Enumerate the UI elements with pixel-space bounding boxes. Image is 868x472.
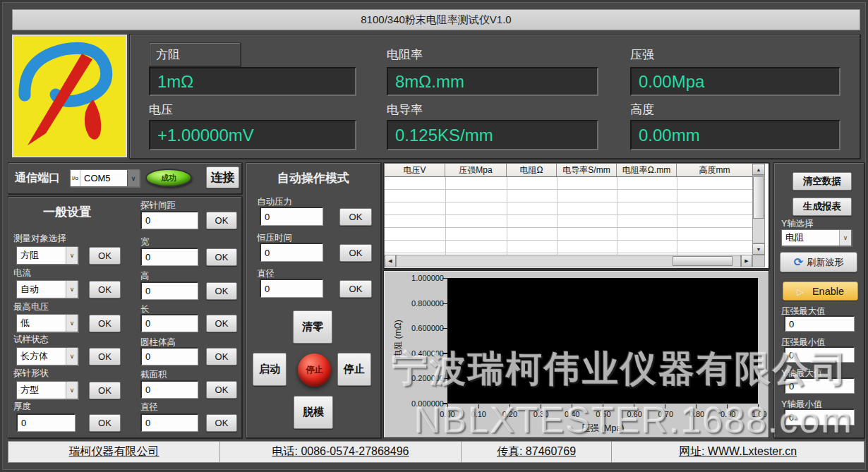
auto-diameter-input[interactable]: 0	[260, 279, 323, 298]
ok-button[interactable]: OK	[206, 348, 237, 365]
v-scroll-thumb[interactable]	[753, 176, 764, 219]
h-scroll-thumb[interactable]	[673, 256, 733, 266]
diameter-input[interactable]: 0	[140, 413, 198, 432]
scroll-right-icon[interactable]: ▶	[741, 255, 752, 267]
ok-button[interactable]: OK	[339, 280, 372, 298]
y-axis-select-value: 电阻	[782, 230, 839, 246]
ok-button[interactable]: OK	[206, 414, 237, 432]
general-settings-heading: 一般设置	[43, 204, 91, 220]
title-bar: 8100/340粉末电阻率测试仪V1.0	[12, 9, 860, 30]
ok-button[interactable]: OK	[206, 381, 237, 399]
enable-label: Enable	[812, 286, 844, 297]
y-tick: 0.600000	[411, 324, 444, 332]
ok-button[interactable]: OK	[89, 348, 121, 365]
measure-object-value: 方阻	[17, 247, 66, 264]
stop-button[interactable]: 停止	[337, 353, 371, 386]
sample-state-select[interactable]: 长方体	[16, 347, 78, 365]
status-led-text: 成功	[161, 173, 176, 183]
footer-website[interactable]: 网址: WWW.Lxtester.cn	[612, 442, 864, 462]
pressure-label: 压强	[630, 47, 654, 63]
probe-shape-select[interactable]: 方型	[16, 381, 78, 399]
voltage-display: +1.00000mV	[149, 120, 356, 150]
y-axis-select-label: Y轴选择	[781, 218, 814, 230]
pressure-max-input[interactable]: 0	[784, 315, 855, 332]
x-tick: 0.10	[463, 410, 494, 419]
cross-section-input[interactable]: 0	[140, 380, 198, 399]
ok-button[interactable]: OK	[339, 244, 372, 262]
chevron-down-icon[interactable]	[66, 348, 78, 365]
ok-button[interactable]: OK	[206, 212, 237, 229]
logo-r-icon	[13, 36, 126, 156]
ok-button[interactable]: OK	[206, 248, 237, 266]
max-voltage-select[interactable]: 低	[16, 314, 78, 332]
ok-button[interactable]: OK	[89, 247, 121, 265]
y-axis-select[interactable]: 电阻	[781, 229, 852, 246]
width-input[interactable]: 0	[140, 248, 198, 266]
x-tick: 0.90	[713, 410, 744, 419]
col-header-resistivity: 电阻率Ω.mm	[617, 164, 677, 176]
combo-arrow-icon[interactable]	[127, 170, 139, 186]
thickness-label: 厚度	[13, 401, 31, 413]
x-axis-ticks	[447, 404, 759, 409]
connect-button[interactable]: 连接	[206, 167, 239, 188]
cylinder-height-input[interactable]: 0	[140, 347, 198, 365]
ok-button[interactable]: OK	[206, 282, 237, 300]
auto-pressure-input[interactable]: 0	[260, 207, 323, 226]
clear-data-button[interactable]: 清空数据	[792, 172, 852, 190]
cross-section-label: 截面积	[140, 369, 167, 381]
y-axis-ticks	[442, 278, 447, 404]
generate-report-button[interactable]: 生成报表	[792, 198, 852, 216]
io-type-icon: I/o	[71, 170, 80, 186]
ok-button[interactable]: OK	[89, 414, 121, 432]
emergency-stop-button[interactable]: 停止	[298, 353, 331, 387]
company-logo	[12, 35, 127, 157]
app-title: 8100/340粉末电阻率测试仪V1.0	[361, 13, 511, 27]
com-port-select[interactable]: I/o COM5	[70, 169, 140, 187]
start-button[interactable]: 启动	[253, 353, 287, 386]
scroll-left-icon[interactable]: ◀	[385, 255, 396, 267]
constant-pressure-time-input[interactable]: 0	[260, 243, 323, 262]
zero-button[interactable]: 清零	[293, 310, 332, 344]
height-input[interactable]: 0	[140, 282, 198, 300]
refresh-waveform-button[interactable]: 刷新波形	[780, 252, 857, 272]
x-axis-title: 压强 (Mpa)	[555, 423, 650, 435]
y-min-input[interactable]: 0	[784, 409, 855, 425]
max-voltage-value: 低	[17, 315, 66, 332]
ok-button[interactable]: OK	[89, 382, 121, 399]
emergency-stop-label: 停止	[306, 364, 323, 376]
pressure-min-input[interactable]: 0	[784, 346, 855, 363]
chevron-down-icon[interactable]	[66, 315, 78, 332]
scroll-corner	[752, 255, 765, 267]
footer-fax: 传真: 87460769	[462, 442, 612, 462]
ok-button[interactable]: OK	[89, 315, 121, 332]
thickness-input[interactable]: 0	[16, 413, 76, 432]
refresh-waveform-label: 刷新波形	[807, 256, 843, 269]
demold-button[interactable]: 脱模	[294, 396, 333, 429]
sheet-resistance-display: 1mΩ	[149, 67, 356, 96]
sheet-resistance-label: 方阻	[149, 42, 241, 66]
refresh-icon	[794, 255, 807, 269]
current-select[interactable]: 自动	[16, 280, 78, 298]
enable-button[interactable]: Enable	[783, 282, 858, 301]
app-window: 8100/340粉末电阻率测试仪V1.0 方阻 1mΩ 电压 +1.00000m…	[0, 0, 868, 472]
chevron-down-icon[interactable]	[839, 230, 851, 246]
ok-button[interactable]: OK	[89, 281, 121, 298]
footer-phone: 电话: 0086-0574-27868496	[220, 442, 462, 462]
chevron-down-icon[interactable]	[66, 382, 78, 399]
chevron-down-icon[interactable]	[66, 281, 78, 298]
probe-shape-value: 方型	[17, 382, 66, 399]
ok-button[interactable]: OK	[339, 208, 372, 226]
max-voltage-label: 最高电压	[13, 301, 49, 313]
measure-object-select[interactable]: 方阻	[16, 246, 78, 265]
chevron-down-icon[interactable]	[66, 247, 78, 264]
x-tick: 0.60	[619, 410, 650, 419]
scroll-up-icon[interactable]: ▲	[752, 164, 765, 175]
table-header-row: 电压V 压强Mpa 电阻Ω 电导率S/mm 电阻率Ω.mm 高度mm	[385, 164, 752, 177]
y-max-input[interactable]: 0	[784, 377, 855, 394]
ok-button[interactable]: OK	[206, 315, 237, 332]
scroll-down-icon[interactable]: ▼	[752, 243, 765, 255]
probe-spacing-input[interactable]: 0	[140, 211, 198, 229]
resistivity-label: 电阻率	[387, 47, 423, 63]
x-tick: 0.00	[432, 410, 463, 419]
length-input[interactable]: 0	[140, 314, 198, 332]
